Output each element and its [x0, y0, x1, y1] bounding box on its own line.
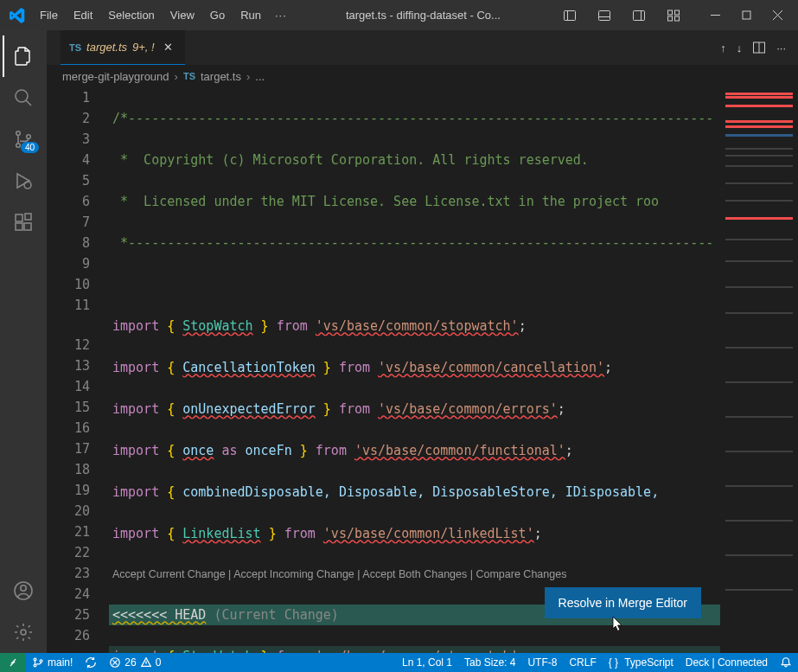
layout-controls [554, 3, 694, 29]
maximize-button[interactable] [731, 3, 762, 29]
extensions-icon[interactable] [3, 202, 44, 243]
breadcrumb-file[interactable]: target.ts [201, 70, 241, 83]
svg-rect-7 [675, 10, 680, 15]
menu-bar: File Edit Selection View Go Run ··· [33, 5, 292, 25]
indentation[interactable]: Tab Size: 4 [458, 653, 521, 672]
explorer-icon[interactable] [3, 35, 44, 77]
remote-indicator[interactable] [0, 653, 26, 672]
typescript-icon: TS [69, 42, 81, 53]
toggle-primary-sidebar-icon[interactable] [554, 3, 585, 29]
svg-point-21 [21, 586, 26, 591]
tab-modified-indicator: 9+, ! [132, 41, 155, 54]
accept-incoming-change[interactable]: Accept Incoming Change [233, 568, 354, 580]
sync-changes[interactable] [79, 653, 103, 672]
svg-rect-19 [25, 214, 31, 220]
svg-point-26 [34, 664, 36, 667]
split-editor-icon[interactable] [752, 41, 766, 54]
title-bar: File Edit Selection View Go Run ··· targ… [0, 0, 798, 30]
menu-selection[interactable]: Selection [101, 5, 161, 25]
chevron-right-icon: › [175, 70, 178, 83]
svg-rect-18 [24, 223, 31, 230]
toggle-panel-icon[interactable] [589, 3, 620, 29]
editor-area: TS target.ts 9+, ! ✕ ↑ ↓ ··· merge-git-p… [47, 30, 798, 653]
svg-point-27 [40, 660, 42, 662]
accept-both-changes[interactable]: Accept Both Changes [362, 568, 467, 580]
svg-rect-0 [565, 10, 576, 20]
cursor-position[interactable]: Ln 1, Col 1 [396, 653, 458, 672]
problems[interactable]: 26 0 [103, 653, 167, 672]
minimap[interactable] [720, 87, 798, 653]
resolve-in-merge-editor-button[interactable]: Resolve in Merge Editor [545, 587, 701, 618]
deck-connected[interactable]: Deck | Connected [680, 653, 774, 672]
line-number-gutter[interactable]: 1234567891011121314151617181920212223242… [47, 87, 109, 653]
toggle-secondary-sidebar-icon[interactable] [623, 3, 654, 29]
svg-rect-6 [668, 10, 673, 15]
app-logo[interactable] [5, 3, 29, 28]
svg-rect-2 [599, 10, 610, 20]
svg-point-14 [27, 135, 31, 139]
svg-rect-4 [634, 10, 645, 20]
menu-overflow[interactable]: ··· [270, 5, 292, 25]
menu-go[interactable]: Go [203, 5, 232, 25]
svg-point-12 [16, 131, 21, 136]
search-icon[interactable] [3, 77, 44, 118]
svg-rect-8 [668, 16, 673, 21]
go-next-change-icon[interactable]: ↓ [737, 42, 743, 54]
minimize-button[interactable] [699, 3, 731, 29]
breadcrumb-symbol[interactable]: ... [255, 70, 265, 83]
svg-point-13 [16, 144, 21, 148]
window-controls [699, 3, 793, 29]
git-branch[interactable]: main! [26, 653, 79, 672]
close-window-button[interactable] [762, 3, 793, 29]
accounts-icon[interactable] [3, 570, 44, 611]
compare-changes[interactable]: Compare Changes [476, 568, 566, 580]
cursor-pointer-icon [608, 615, 625, 636]
chevron-right-icon: › [246, 70, 250, 83]
tab-target-ts[interactable]: TS target.ts 9+, ! ✕ [61, 30, 185, 65]
svg-point-11 [16, 90, 28, 102]
accept-current-change[interactable]: Accept Current Change [112, 568, 226, 580]
svg-rect-17 [16, 223, 22, 230]
run-debug-icon[interactable] [3, 160, 44, 202]
go-previous-change-icon[interactable]: ↑ [720, 42, 726, 54]
tab-bar: TS target.ts 9+, ! ✕ ↑ ↓ ··· [47, 30, 798, 65]
scm-badge: 40 [21, 142, 39, 153]
customize-layout-icon[interactable] [658, 3, 689, 29]
menu-file[interactable]: File [33, 5, 65, 25]
notifications-icon[interactable] [774, 653, 798, 672]
svg-point-22 [21, 630, 26, 635]
svg-rect-16 [16, 214, 22, 221]
tab-title: target.ts [86, 41, 127, 54]
svg-point-15 [24, 182, 31, 189]
settings-gear-icon[interactable] [3, 611, 44, 653]
tab-close-icon[interactable]: ✕ [160, 39, 176, 55]
eol[interactable]: CRLF [563, 653, 602, 672]
svg-rect-10 [743, 11, 750, 19]
breadcrumbs[interactable]: merge-git-playground › TS target.ts › ..… [47, 65, 798, 87]
source-control-icon[interactable]: 40 [3, 118, 44, 160]
svg-rect-9 [675, 16, 680, 21]
menu-view[interactable]: View [163, 5, 201, 25]
activity-bar: 40 [0, 30, 47, 653]
typescript-icon: TS [183, 71, 195, 81]
window-title: target.ts - diffing-dataset - Co... [292, 9, 554, 22]
more-actions-icon[interactable]: ··· [776, 42, 786, 54]
svg-point-25 [34, 658, 36, 661]
breadcrumb-folder[interactable]: merge-git-playground [62, 70, 169, 83]
code-editor[interactable]: /*--------------------------------------… [109, 87, 720, 653]
status-bar: main! 26 0 Ln 1, Col 1 Tab Size: 4 UTF-8… [0, 653, 798, 672]
conflict-code-lens: Accept Current Change | Accept Incoming … [109, 565, 720, 584]
menu-edit[interactable]: Edit [67, 5, 99, 25]
encoding[interactable]: UTF-8 [521, 653, 563, 672]
menu-run[interactable]: Run [233, 5, 268, 25]
language-mode[interactable]: { }TypeScript [603, 653, 680, 672]
